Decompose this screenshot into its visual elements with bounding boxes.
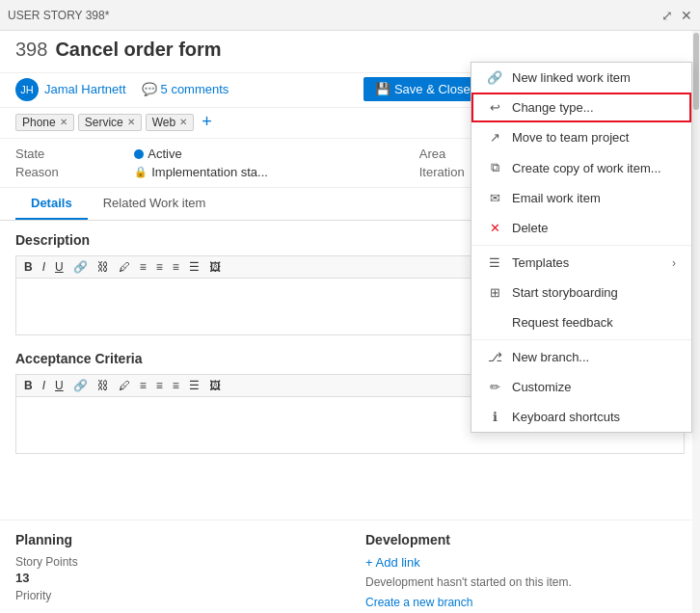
comments-count: 5 comments bbox=[161, 82, 229, 96]
work-item-id-title: 398 Cancel order form bbox=[15, 39, 685, 61]
save-icon: 💾 bbox=[375, 82, 390, 96]
user-info[interactable]: JH Jamal Hartnett bbox=[15, 78, 126, 101]
indent-button[interactable]: ≡ bbox=[169, 258, 183, 276]
menu-item-feedback[interactable]: Request feedback bbox=[471, 307, 691, 337]
menu-item-delete[interactable]: ✕Delete bbox=[471, 213, 691, 243]
shortcuts-label: Keyboard shortcuts bbox=[512, 410, 620, 424]
delete-icon: ✕ bbox=[487, 221, 502, 235]
ol-button[interactable]: ≡ bbox=[152, 258, 167, 276]
italic-button[interactable]: I bbox=[39, 258, 49, 276]
title-bar: USER STORY 398* ⤢ ✕ bbox=[0, 0, 700, 31]
avatar: JH bbox=[15, 78, 39, 101]
menu-item-templates[interactable]: ☰Templates› bbox=[471, 248, 691, 278]
tag-service-label: Service bbox=[85, 116, 123, 129]
menu-item-email[interactable]: ✉Email work item bbox=[471, 183, 691, 213]
tag-web: Web ✕ bbox=[146, 114, 194, 131]
underline-button[interactable]: U bbox=[51, 258, 67, 276]
copy-work-item-icon: ⧉ bbox=[487, 160, 502, 175]
ac-italic-button[interactable]: I bbox=[39, 377, 49, 394]
outdent-button[interactable]: ☰ bbox=[185, 258, 203, 276]
move-team-label: Move to team project bbox=[512, 130, 629, 145]
new-linked-label: New linked work item bbox=[512, 70, 631, 85]
expand-icon[interactable]: ⤢ bbox=[661, 8, 673, 23]
menu-item-copy-work-item[interactable]: ⧉Create copy of work item... bbox=[471, 152, 691, 183]
save-close-button[interactable]: 💾 Save & Close bbox=[363, 77, 482, 101]
work-item-type-label: USER STORY 398* bbox=[8, 9, 109, 22]
templates-icon: ☰ bbox=[487, 255, 502, 270]
tab-related-work-item[interactable]: Related Work item bbox=[88, 188, 222, 220]
ac-ul-button[interactable]: ≡ bbox=[136, 377, 150, 394]
ac-link-button[interactable]: 🔗 bbox=[69, 377, 92, 394]
new-linked-icon: 🔗 bbox=[487, 70, 502, 85]
customize-label: Customize bbox=[512, 380, 571, 394]
reason-value[interactable]: 🔒 Implementation sta... bbox=[134, 165, 328, 179]
tag-service: Service ✕ bbox=[78, 114, 142, 131]
ac-underline-button[interactable]: U bbox=[51, 377, 67, 394]
close-window-icon[interactable]: ✕ bbox=[681, 8, 692, 23]
ac-image-button[interactable]: 🖼 bbox=[205, 377, 225, 394]
unlink-button[interactable]: ⛓ bbox=[94, 258, 113, 276]
development-section: Development + Add link Development hasn'… bbox=[365, 532, 685, 610]
image-button[interactable]: 🖼 bbox=[205, 258, 225, 276]
priority-label: Priority bbox=[15, 589, 335, 602]
menu-item-change-type[interactable]: ↩Change type... bbox=[471, 93, 691, 122]
ac-outdent-button[interactable]: ☰ bbox=[185, 377, 203, 394]
shortcuts-icon: ℹ bbox=[487, 410, 502, 424]
change-type-label: Change type... bbox=[512, 100, 594, 115]
storyboard-icon: ⊞ bbox=[487, 285, 502, 300]
menu-item-new-linked[interactable]: 🔗New linked work item bbox=[471, 63, 691, 93]
scrollbar[interactable] bbox=[692, 31, 700, 613]
dev-info: Development hasn't started on this item. bbox=[365, 575, 685, 589]
tab-details[interactable]: Details bbox=[15, 188, 88, 220]
title-bar-left: USER STORY 398* bbox=[8, 9, 109, 22]
username: Jamal Hartnett bbox=[44, 82, 126, 96]
add-link-button[interactable]: + Add link bbox=[365, 555, 685, 570]
tag-phone: Phone ✕ bbox=[15, 114, 74, 131]
priority-row: Priority bbox=[15, 589, 335, 602]
add-tag-button[interactable]: + bbox=[198, 112, 216, 132]
ac-format-button[interactable]: 🖊 bbox=[115, 377, 134, 394]
development-title: Development bbox=[365, 532, 685, 547]
tag-web-label: Web bbox=[152, 116, 175, 129]
state-value[interactable]: Active bbox=[134, 147, 328, 161]
ul-button[interactable]: ≡ bbox=[136, 258, 150, 276]
work-item-title[interactable]: Cancel order form bbox=[55, 39, 221, 61]
ac-ol-button[interactable]: ≡ bbox=[152, 377, 167, 394]
bold-button[interactable]: B bbox=[20, 258, 37, 276]
email-icon: ✉ bbox=[487, 191, 502, 205]
delete-label: Delete bbox=[512, 221, 549, 235]
planning-title: Planning bbox=[15, 532, 335, 547]
email-label: Email work item bbox=[512, 191, 601, 205]
feedback-label: Request feedback bbox=[512, 315, 613, 330]
new-branch-label: New branch... bbox=[512, 350, 589, 364]
story-points-value[interactable]: 13 bbox=[15, 571, 335, 585]
menu-item-customize[interactable]: ✏Customize bbox=[471, 372, 691, 402]
ac-unlink-button[interactable]: ⛓ bbox=[94, 377, 113, 394]
create-branch-link[interactable]: Create a new branch bbox=[365, 596, 472, 609]
tag-service-close[interactable]: ✕ bbox=[127, 117, 135, 127]
menu-item-shortcuts[interactable]: ℹKeyboard shortcuts bbox=[471, 402, 691, 432]
bottom-section: Planning Story Points 13 Priority Develo… bbox=[0, 520, 700, 613]
move-team-icon: ↗ bbox=[487, 130, 502, 145]
copy-work-item-label: Create copy of work item... bbox=[512, 161, 661, 175]
tag-phone-close[interactable]: ✕ bbox=[60, 117, 67, 127]
ac-indent-button[interactable]: ≡ bbox=[169, 377, 183, 394]
scrollbar-thumb[interactable] bbox=[693, 33, 699, 110]
new-branch-icon: ⎇ bbox=[487, 350, 502, 364]
tag-web-close[interactable]: ✕ bbox=[179, 117, 187, 127]
state-dot bbox=[134, 149, 144, 159]
menu-item-storyboard[interactable]: ⊞Start storyboarding bbox=[471, 278, 691, 307]
storyboard-label: Start storyboarding bbox=[512, 285, 618, 300]
menu-item-new-branch[interactable]: ⎇New branch... bbox=[471, 342, 691, 372]
state-label: State bbox=[15, 147, 119, 161]
templates-arrow: › bbox=[672, 256, 676, 270]
comment-icon: 💬 bbox=[142, 82, 157, 96]
format-button[interactable]: 🖊 bbox=[115, 258, 134, 276]
story-points-label: Story Points bbox=[15, 555, 335, 569]
templates-label: Templates bbox=[512, 255, 569, 270]
dropdown-menu: 🔗New linked work item↩Change type...↗Mov… bbox=[471, 62, 692, 433]
ac-bold-button[interactable]: B bbox=[20, 377, 37, 394]
comments-button[interactable]: 💬 5 comments bbox=[142, 82, 229, 96]
link-button[interactable]: 🔗 bbox=[69, 258, 92, 276]
menu-item-move-team[interactable]: ↗Move to team project bbox=[471, 122, 691, 152]
